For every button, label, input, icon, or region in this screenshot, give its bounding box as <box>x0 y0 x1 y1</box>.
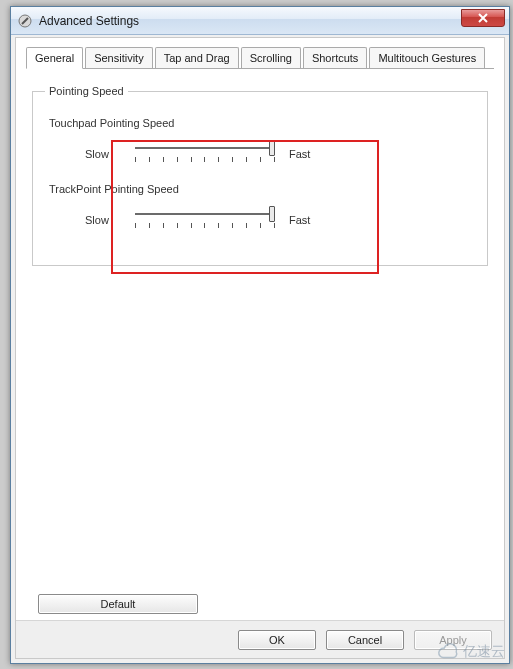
tab-multitouch-gestures[interactable]: Multitouch Gestures <box>369 47 485 69</box>
window-title: Advanced Settings <box>39 14 139 28</box>
button-label: Default <box>101 598 136 610</box>
apply-button[interactable]: Apply <box>414 630 492 650</box>
tab-label: Shortcuts <box>312 52 358 64</box>
client-area: General Sensitivity Tap and Drag Scrolli… <box>15 37 505 659</box>
tab-label: Scrolling <box>250 52 292 64</box>
tab-divider <box>26 68 494 69</box>
group-legend: Pointing Speed <box>45 85 128 97</box>
fast-label: Fast <box>289 148 325 160</box>
tab-shortcuts[interactable]: Shortcuts <box>303 47 367 69</box>
touchpad-speed-row: Slow Fast <box>85 139 475 169</box>
ok-button[interactable]: OK <box>238 630 316 650</box>
button-label: OK <box>269 634 285 646</box>
slider-thumb[interactable] <box>269 206 275 222</box>
tabstrip: General Sensitivity Tap and Drag Scrolli… <box>16 38 504 68</box>
tab-label: General <box>35 52 74 64</box>
fast-label: Fast <box>289 214 325 226</box>
app-icon <box>17 13 33 29</box>
settings-window: Advanced Settings General Sensitivity Ta… <box>10 6 510 664</box>
slider-thumb[interactable] <box>269 140 275 156</box>
tab-page-general: Pointing Speed Touchpad Pointing Speed S… <box>16 69 504 282</box>
close-button[interactable] <box>461 9 505 27</box>
bottom-button-row: Default <box>16 594 504 614</box>
trackpoint-speed-slider[interactable] <box>135 205 275 235</box>
dialog-footer: OK Cancel Apply <box>16 620 504 658</box>
button-label: Apply <box>439 634 467 646</box>
close-icon <box>478 13 488 23</box>
slow-label: Slow <box>85 148 121 160</box>
touchpad-speed-slider[interactable] <box>135 139 275 169</box>
tab-sensitivity[interactable]: Sensitivity <box>85 47 153 69</box>
cancel-button[interactable]: Cancel <box>326 630 404 650</box>
slider-ticks <box>135 223 275 233</box>
slider-track <box>135 213 275 215</box>
titlebar[interactable]: Advanced Settings <box>11 7 509 35</box>
trackpoint-speed-row: Slow Fast <box>85 205 475 235</box>
default-button[interactable]: Default <box>38 594 198 614</box>
tab-label: Tap and Drag <box>164 52 230 64</box>
button-label: Cancel <box>348 634 382 646</box>
pointing-speed-group: Pointing Speed Touchpad Pointing Speed S… <box>32 85 488 266</box>
trackpoint-speed-label: TrackPoint Pointing Speed <box>49 183 475 195</box>
touchpad-speed-label: Touchpad Pointing Speed <box>49 117 475 129</box>
tab-general[interactable]: General <box>26 47 83 69</box>
tab-label: Sensitivity <box>94 52 144 64</box>
slow-label: Slow <box>85 214 121 226</box>
tab-label: Multitouch Gestures <box>378 52 476 64</box>
slider-ticks <box>135 157 275 167</box>
tab-scrolling[interactable]: Scrolling <box>241 47 301 69</box>
tab-tap-and-drag[interactable]: Tap and Drag <box>155 47 239 69</box>
slider-track <box>135 147 275 149</box>
